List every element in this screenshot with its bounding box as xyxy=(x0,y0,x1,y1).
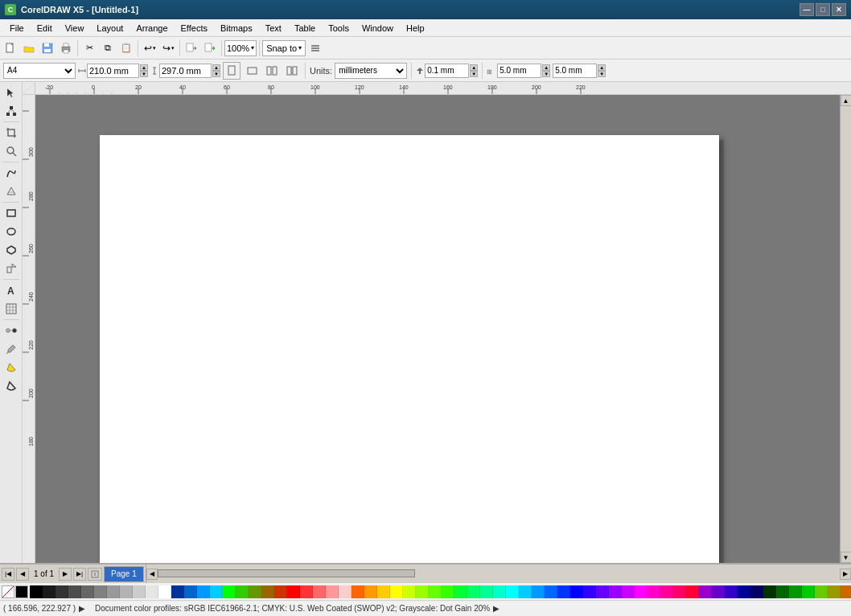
outline-tool[interactable] xyxy=(2,377,20,395)
color-swatch-14[interactable] xyxy=(210,585,223,598)
menu-edit[interactable]: Edit xyxy=(31,19,59,37)
color-swatch-61[interactable] xyxy=(815,585,828,598)
color-swatch-44[interactable] xyxy=(596,585,609,598)
ellipse-tool[interactable] xyxy=(2,223,20,240)
first-page-button[interactable]: |◀ xyxy=(2,568,14,581)
color-swatch-1[interactable] xyxy=(43,585,56,598)
landscape-button[interactable] xyxy=(243,62,261,80)
color-swatch-55[interactable] xyxy=(738,585,750,598)
menu-window[interactable]: Window xyxy=(356,19,400,37)
menu-arrange[interactable]: Arrange xyxy=(130,19,174,37)
print-button[interactable] xyxy=(57,39,75,57)
undo-button[interactable]: ↩ ▾ xyxy=(141,39,158,57)
color-swatch-56[interactable] xyxy=(750,585,763,598)
status-arrow[interactable]: ▶ xyxy=(79,604,85,613)
color-swatch-54[interactable] xyxy=(725,585,738,598)
canvas-scroll-area[interactable] xyxy=(35,95,851,563)
color-swatch-46[interactable] xyxy=(622,585,635,598)
color-swatch-25[interactable] xyxy=(352,585,364,598)
color-swatch-51[interactable] xyxy=(686,585,699,598)
options-button[interactable] xyxy=(306,39,324,57)
page-size-select[interactable]: A4 xyxy=(3,63,76,79)
grid-x-up[interactable]: ▲ xyxy=(542,64,550,71)
crop-tool[interactable] xyxy=(2,124,20,142)
page-height-input[interactable] xyxy=(159,64,212,78)
grid-y-input[interactable] xyxy=(553,64,597,78)
h-scroll-track[interactable] xyxy=(158,569,840,580)
redo-button[interactable]: ↪ ▾ xyxy=(159,39,177,57)
color-swatch-11[interactable] xyxy=(171,585,184,598)
v-scroll-track[interactable] xyxy=(841,106,851,552)
next-page-button[interactable]: ▶ xyxy=(59,568,72,581)
color-swatch-52[interactable] xyxy=(699,585,712,598)
menu-tools[interactable]: Tools xyxy=(322,19,356,37)
grid-x-down[interactable]: ▼ xyxy=(542,71,550,77)
menu-text[interactable]: Text xyxy=(259,19,288,37)
color-swatch-4[interactable] xyxy=(81,585,94,598)
color-swatch-7[interactable] xyxy=(120,585,133,598)
color-swatch-27[interactable] xyxy=(377,585,390,598)
color-swatch-50[interactable] xyxy=(673,585,686,598)
blend-tool[interactable] xyxy=(2,322,20,339)
new-button[interactable] xyxy=(2,39,19,57)
color-swatch-34[interactable] xyxy=(467,585,480,598)
color-swatch-21[interactable] xyxy=(300,585,313,598)
drawing-canvas[interactable] xyxy=(100,135,719,563)
color-swatch-30[interactable] xyxy=(416,585,429,598)
color-swatch-42[interactable] xyxy=(570,585,583,598)
color-swatch-58[interactable] xyxy=(776,585,789,598)
color-swatch-20[interactable] xyxy=(287,585,300,598)
page-options-button[interactable] xyxy=(283,62,301,80)
grid-y-down[interactable]: ▼ xyxy=(598,71,606,77)
color-swatch-3[interactable] xyxy=(68,585,81,598)
color-swatch-35[interactable] xyxy=(480,585,493,598)
color-swatch-29[interactable] xyxy=(403,585,416,598)
nudge-down[interactable]: ▼ xyxy=(470,71,478,77)
width-up[interactable]: ▲ xyxy=(140,64,148,71)
color-swatch-22[interactable] xyxy=(313,585,326,598)
color-swatch-53[interactable] xyxy=(712,585,725,598)
color-swatch-16[interactable] xyxy=(236,585,249,598)
color-swatch-41[interactable] xyxy=(557,585,570,598)
h-scroll-thumb[interactable] xyxy=(158,569,415,577)
paste-button[interactable]: 📋 xyxy=(117,39,135,57)
color-swatch-12[interactable] xyxy=(184,585,197,598)
width-down[interactable]: ▼ xyxy=(140,71,148,77)
text-tool[interactable]: A xyxy=(2,281,20,299)
units-select[interactable]: millimeters xyxy=(335,63,407,79)
color-swatch-63[interactable] xyxy=(841,585,851,598)
color-swatch-2[interactable] xyxy=(56,585,68,598)
color-swatch-17[interactable] xyxy=(249,585,261,598)
color-swatch-32[interactable] xyxy=(442,585,454,598)
zoom-dropdown[interactable]: 100% ▾ xyxy=(224,40,257,56)
color-swatch-59[interactable] xyxy=(789,585,802,598)
height-down[interactable]: ▼ xyxy=(212,71,220,77)
prev-page-button[interactable]: ◀ xyxy=(16,568,29,581)
shapes-tool[interactable] xyxy=(2,260,20,277)
polygon-tool[interactable] xyxy=(2,241,20,259)
color-swatch-26[interactable] xyxy=(364,585,377,598)
color-swatch-31[interactable] xyxy=(429,585,442,598)
color-swatch-13[interactable] xyxy=(197,585,210,598)
color-swatch-43[interactable] xyxy=(583,585,596,598)
color-swatch-45[interactable] xyxy=(609,585,622,598)
color-swatch-60[interactable] xyxy=(802,585,815,598)
fill-tool[interactable] xyxy=(2,359,20,376)
menu-view[interactable]: View xyxy=(59,19,91,37)
table-tool[interactable] xyxy=(2,300,20,318)
close-button[interactable]: ✕ xyxy=(832,3,846,16)
scroll-down-button[interactable]: ▼ xyxy=(841,552,852,563)
color-swatch-33[interactable] xyxy=(454,585,467,598)
cut-button[interactable]: ✂ xyxy=(80,39,98,57)
portrait-button[interactable] xyxy=(223,62,240,80)
color-swatch-62[interactable] xyxy=(828,585,841,598)
color-swatch-37[interactable] xyxy=(506,585,519,598)
maximize-button[interactable]: □ xyxy=(816,3,830,16)
color-swatch-23[interactable] xyxy=(326,585,339,598)
menu-file[interactable]: File xyxy=(3,19,31,37)
menu-table[interactable]: Table xyxy=(288,19,322,37)
minimize-button[interactable]: — xyxy=(800,3,814,16)
nudge-up[interactable]: ▲ xyxy=(470,64,478,71)
eyedropper-tool[interactable] xyxy=(2,340,20,358)
color-swatch-9[interactable] xyxy=(146,585,158,598)
